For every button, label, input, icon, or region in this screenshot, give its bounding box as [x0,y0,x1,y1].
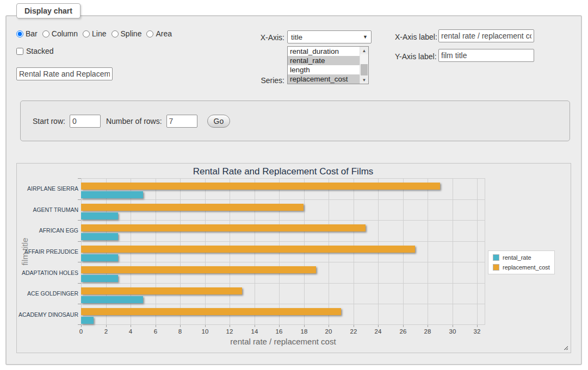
chart-type-option-label: Bar [26,29,38,38]
x-tick-label: 14 [246,328,263,335]
bar-replacement_cost-3[interactable] [81,246,415,253]
scrollbar-thumb[interactable] [361,64,368,76]
num-rows-label: Number of rows: [106,117,162,126]
gridline-horizontal [81,220,485,221]
x-axis-select-label: X-Axis: [250,33,284,42]
chart-panel: Rental Rate and Replacement Cost of Film… [16,163,571,353]
chart-title: Rental Rate and Replacement Cost of Film… [81,166,485,177]
series-option-length[interactable]: length [288,65,360,74]
y-axis-tick [78,304,81,304]
legend-item-rental_rate[interactable]: rental_rate [493,254,550,261]
chart-type-radio-area[interactable] [146,30,153,37]
x-axis-tick [378,325,379,327]
bar-replacement_cost-1[interactable] [81,204,304,211]
chart-type-option-area: Area [146,29,172,38]
bar-replacement_cost-6[interactable] [81,308,341,315]
chart-title-input[interactable] [16,67,113,80]
x-axis-title: rental rate / replacement cost [81,337,485,346]
chart-type-option-bar: Bar [16,29,38,38]
chevron-down-icon: ▼ [363,34,368,40]
chart-type-option-spline: Spline [112,29,142,38]
gridline-vertical [453,178,453,325]
gridline-horizontal [81,324,485,325]
x-axis-label-input[interactable] [438,29,534,42]
chart-type-option-label: Area [156,29,172,38]
x-axis-tick [156,325,156,327]
x-tick-label: 10 [197,328,213,335]
y-axis-label-input[interactable] [438,49,534,62]
bar-replacement_cost-0[interactable] [81,183,440,190]
x-axis-tick [81,325,82,327]
plot-area: 02468101214161820222426283032AIRPLANE SI… [81,178,485,325]
x-tick-label: 24 [370,328,386,335]
bar-rental_rate-5[interactable] [81,296,143,303]
bar-replacement_cost-5[interactable] [81,287,242,294]
legend-item-replacement_cost[interactable]: replacement_cost [493,264,550,271]
series-select-label: Series: [250,76,284,85]
scroll-down-icon[interactable]: ▼ [360,76,368,84]
x-axis-tick [329,325,329,327]
chart-type-option-line: Line [83,29,106,38]
row-controls-panel: Start row: Number of rows: Go [20,101,570,141]
legend-label: replacement_cost [503,264,550,271]
category-label: ACADEMY DINOSAUR [18,311,78,318]
gridline-horizontal [81,178,485,179]
series-scrollbar[interactable]: ▲ ▼ [360,47,368,84]
gridline-horizontal [81,262,485,262]
bar-rental_rate-4[interactable] [81,275,118,282]
stacked-checkbox[interactable] [16,48,23,55]
start-row-input[interactable] [70,115,101,128]
chart-type-radio-spline[interactable] [112,30,119,37]
bar-rental_rate-1[interactable] [81,212,118,220]
x-tick-label: 28 [419,328,436,335]
category-label: AIRPLANE SIERRA [18,185,78,192]
y-axis-title: film title [20,224,29,279]
x-axis-tick [403,325,404,327]
bar-rental_rate-3[interactable] [81,254,118,261]
bar-rental_rate-2[interactable] [81,233,118,240]
x-tick-label: 30 [444,328,461,335]
x-tick-label: 20 [320,328,337,335]
chart-type-radio-line[interactable] [83,30,90,37]
category-label: ACE GOLDFINGER [18,290,78,297]
scroll-up-icon[interactable]: ▲ [360,47,368,54]
series-option-rental_duration[interactable]: rental_duration [288,47,360,56]
chart-type-radio-group: BarColumnLineSplineArea [16,29,172,38]
gridline-vertical [477,178,478,325]
start-row-label: Start row: [33,117,65,126]
resize-handle-icon[interactable] [562,344,568,350]
gridline-vertical [428,178,428,325]
category-label: AGENT TRUMAN [18,206,78,213]
chart-type-radio-bar[interactable] [16,30,23,37]
series-listbox[interactable]: rental_durationrental_ratelengthreplacem… [287,46,369,84]
gridline-horizontal [81,304,485,304]
bar-replacement_cost-4[interactable] [81,266,316,273]
series-option-rental_rate[interactable]: rental_rate [288,56,360,65]
bar-rental_rate-0[interactable] [81,191,143,198]
y-axis-tick [78,220,81,221]
x-tick-label: 8 [172,328,188,335]
x-tick-label: 0 [73,328,89,335]
series-options: rental_durationrental_ratelengthreplacem… [288,47,360,84]
x-axis-tick [180,325,181,327]
x-tick-label: 22 [345,328,362,335]
series-option-replacement_cost[interactable]: replacement_cost [288,74,360,84]
legend-swatch-icon [493,264,499,271]
bar-replacement_cost-2[interactable] [81,224,366,231]
x-axis-tick [453,325,453,327]
chart-type-radio-column[interactable] [42,30,49,37]
y-axis-tick [78,262,81,262]
go-button[interactable]: Go [207,115,231,128]
y-axis-tick [78,199,81,200]
stacked-label: Stacked [26,47,54,55]
x-axis-tick [354,325,354,327]
stacked-checkbox-row: Stacked [16,47,54,55]
x-axis-select[interactable]: title ▼ [287,30,372,43]
bar-rental_rate-6[interactable] [81,317,94,324]
legend-label: rental_rate [503,254,531,261]
chart-legend: rental_ratereplacement_cost [488,250,555,274]
x-axis-tick [279,325,280,327]
gridline-horizontal [81,241,485,242]
num-rows-input[interactable] [166,115,197,128]
x-axis-tick [304,325,305,327]
